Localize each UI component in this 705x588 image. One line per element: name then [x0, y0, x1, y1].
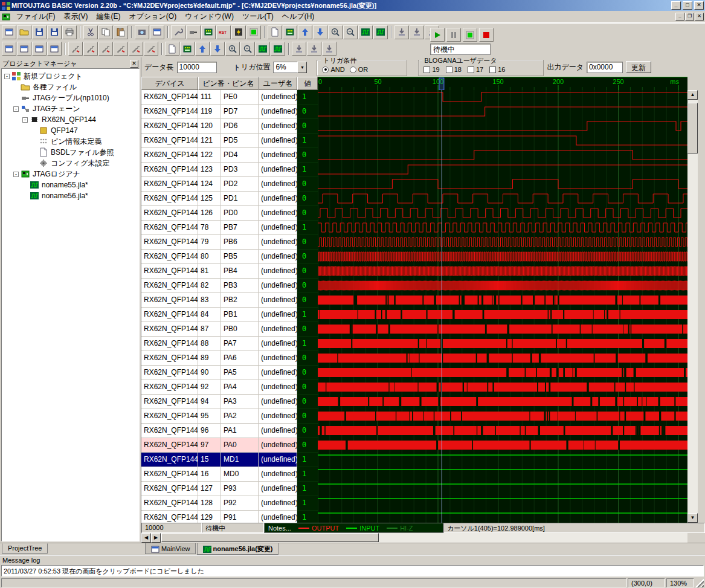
blogana-check-16[interactable]: 16 — [489, 66, 505, 73]
resize-grip[interactable] — [695, 578, 704, 587]
tree-expander-icon[interactable]: - — [4, 74, 10, 79]
toolbar-button-power-led[interactable] — [246, 25, 261, 39]
chevron-down-icon[interactable]: ▼ — [297, 62, 307, 73]
mdi-restore-button[interactable]: ❐ — [685, 13, 694, 21]
toolbar-button-cable-connect[interactable] — [186, 25, 201, 39]
tree-item-wave-file2[interactable]: noname56.jla* — [2, 190, 139, 201]
toolbar-button-boundary-scan-2[interactable] — [180, 42, 195, 56]
toolbar-button-copy-screen-image[interactable] — [135, 25, 149, 39]
tree-item-files-folder[interactable]: 各種ファイル — [2, 82, 139, 92]
table-row-PA1[interactable]: RX62N_QFP14496PA1(undefined)0 — [141, 424, 318, 438]
toolbar-button-step-into-1[interactable] — [68, 42, 83, 56]
toolbar-button-logic-wave-4[interactable] — [271, 42, 285, 56]
table-row-P93[interactable]: RX62N_QFP144127P93(undefined)1 — [141, 482, 318, 496]
vertical-scrollbar[interactable]: ▲ ▼ — [687, 90, 698, 523]
trigger-and-option[interactable]: AND — [322, 66, 344, 73]
table-row-PA5[interactable]: RX62N_QFP14490PA5(undefined)0 — [141, 366, 318, 380]
blogana-check-18[interactable]: 18 — [446, 66, 462, 73]
timeline-header[interactable]: 050100150200250ms — [318, 77, 687, 90]
tree-item-device-chip[interactable]: -RX62N_QFP144 — [2, 114, 139, 125]
table-row-PE0[interactable]: RX62N_QFP144111PE0(undefined)1 — [141, 90, 318, 105]
menu-item-5[interactable]: ツール(T) — [238, 10, 278, 23]
column-header-2[interactable]: ユーザ名 — [259, 77, 297, 90]
tree-item-project-grid[interactable]: -新規プロジェクト — [2, 71, 139, 82]
table-row-PD7[interactable]: RX62N_QFP144119PD7(undefined)0 — [141, 105, 318, 119]
vertical-scroll-track[interactable] — [687, 100, 698, 513]
table-row-PA6[interactable]: RX62N_QFP14489PA6(undefined)0 — [141, 351, 318, 366]
table-row-PD6[interactable]: RX62N_QFP144120PD6(undefined)0 — [141, 119, 318, 134]
horizontal-scroll-thumb[interactable] — [161, 533, 379, 542]
scroll-down-icon[interactable]: ▼ — [687, 513, 698, 523]
and-radio[interactable] — [322, 66, 329, 73]
toolbar-button-download-flash-2[interactable] — [410, 25, 424, 39]
table-row-PD1[interactable]: RX62N_QFP144125PD1(undefined)0 — [141, 192, 318, 206]
toolbar-button-wrench-tool[interactable] — [171, 25, 185, 39]
toolbar-button-win-arrange[interactable] — [47, 42, 62, 56]
toolbar-button-step-into-2[interactable] — [83, 42, 98, 56]
update-button[interactable]: 更新 — [626, 61, 651, 73]
panel-close-icon[interactable]: ✕ — [130, 60, 138, 68]
menu-item-1[interactable]: 表示(V) — [59, 10, 92, 23]
menu-item-4[interactable]: ウィンドウ(W) — [181, 10, 238, 23]
table-row-PA2[interactable]: RX62N_QFP14495PA2(undefined)0 — [141, 409, 318, 424]
toolbar-button-flash-write[interactable] — [231, 25, 246, 39]
data-length-input[interactable] — [177, 62, 217, 73]
toolbar-button-move-up-2[interactable] — [195, 42, 210, 56]
tab-noname56[interactable]: noname56.jla(変更) — [197, 543, 278, 555]
mdi-close-button[interactable]: ✕ — [695, 13, 704, 21]
table-row-P92[interactable]: RX62N_QFP144128P92(undefined)1 — [141, 496, 318, 511]
table-row-PB4[interactable]: RX62N_QFP14481PB4(undefined)0 — [141, 264, 318, 279]
table-row-PB6[interactable]: RX62N_QFP14479PB6(undefined)0 — [141, 235, 318, 250]
toolbar-button-move-up[interactable] — [298, 25, 312, 39]
output-data-input[interactable] — [587, 62, 623, 73]
toolbar-button-app-window[interactable] — [2, 25, 16, 39]
tree-item-jtag-chain[interactable]: -JTAGチェーン — [2, 103, 139, 114]
column-header-1[interactable]: ピン番・ピン名 — [198, 77, 259, 90]
run-status-combo[interactable]: 待機中 — [430, 44, 491, 55]
table-row-PD4[interactable]: RX62N_QFP144122PD4(undefined)0 — [141, 148, 318, 163]
table-row-PB2[interactable]: RX62N_QFP14483PB2(undefined)0 — [141, 293, 318, 308]
toolbar-button-step-over-1[interactable] — [98, 42, 113, 56]
toolbar-button-save-all[interactable] — [47, 25, 62, 39]
toolbar-button-step-over-2[interactable] — [114, 42, 128, 56]
table-row-PD5[interactable]: RX62N_QFP144121PD5(undefined)1 — [141, 134, 318, 148]
tree-item-package-gold[interactable]: QFP147 — [2, 125, 139, 136]
table-row-PA7[interactable]: RX62N_QFP14488PA7(undefined)1 — [141, 337, 318, 351]
tree-item-config-gear[interactable]: コンフィグ未設定 — [2, 158, 139, 169]
checkbox-16[interactable] — [489, 66, 496, 73]
toolbar-button-win-tile-horizontal[interactable] — [17, 42, 31, 56]
toolbar-button-zoom-in-2[interactable] — [225, 42, 240, 56]
toolbar-button-open-folder[interactable] — [17, 25, 31, 39]
table-row-PD3[interactable]: RX62N_QFP144123PD3(undefined)1 — [141, 163, 318, 177]
trigger-position-combo[interactable]: 6% ▼ — [273, 62, 307, 73]
toolbar-button-paste[interactable] — [114, 25, 128, 39]
toolbar-button-download-flash-6[interactable] — [322, 42, 336, 56]
cursor-line[interactable] — [442, 90, 442, 523]
horizontal-scroll-track[interactable] — [161, 533, 687, 543]
toolbar-button-step-out-1[interactable] — [129, 42, 143, 56]
toolbar-button-new-doc[interactable] — [268, 25, 282, 39]
table-row-PB5[interactable]: RX62N_QFP14480PB5(undefined)0 — [141, 250, 318, 264]
blogana-check-19[interactable]: 19 — [423, 66, 439, 73]
mdi-minimize-button[interactable]: _ — [675, 13, 684, 21]
toolbar-button-run-play[interactable] — [430, 28, 445, 42]
table-row-P91[interactable]: RX62N_QFP144129P91(undefined)1 — [141, 511, 318, 523]
close-button[interactable]: ✕ — [694, 1, 704, 10]
checkbox-17[interactable] — [468, 66, 474, 73]
minimize-button[interactable]: _ — [671, 1, 681, 10]
toolbar-button-logic-wave-3[interactable] — [256, 42, 270, 56]
toolbar-button-download-flash-4[interactable] — [292, 42, 306, 56]
tree-item-wave-file[interactable]: noname55.jla* — [2, 179, 139, 190]
toolbar-button-reset[interactable]: RST — [216, 25, 231, 39]
tree-item-logic-analyzer-board[interactable]: -JTAGロジアナ — [2, 169, 139, 179]
table-row-PB0[interactable]: RX62N_QFP14487PB0(undefined)0 — [141, 322, 318, 337]
table-row-MD1[interactable]: RX62N_QFP14415MD1(undefined)1 — [141, 453, 318, 467]
toolbar-button-logic-wave-2[interactable] — [373, 25, 388, 39]
scroll-left-icon[interactable]: ◀ — [141, 533, 151, 543]
menu-item-6[interactable]: ヘルプ(H) — [278, 10, 319, 23]
table-row-PA3[interactable]: RX62N_QFP14494PA3(undefined)0 — [141, 395, 318, 409]
table-row-PD0[interactable]: RX62N_QFP144126PD0(undefined)0 — [141, 206, 318, 221]
table-row-PD2[interactable]: RX62N_QFP144124PD2(undefined)0 — [141, 177, 318, 192]
toolbar-button-zoom-in[interactable] — [328, 25, 343, 39]
toolbar-button-zoom-out[interactable] — [343, 25, 358, 39]
